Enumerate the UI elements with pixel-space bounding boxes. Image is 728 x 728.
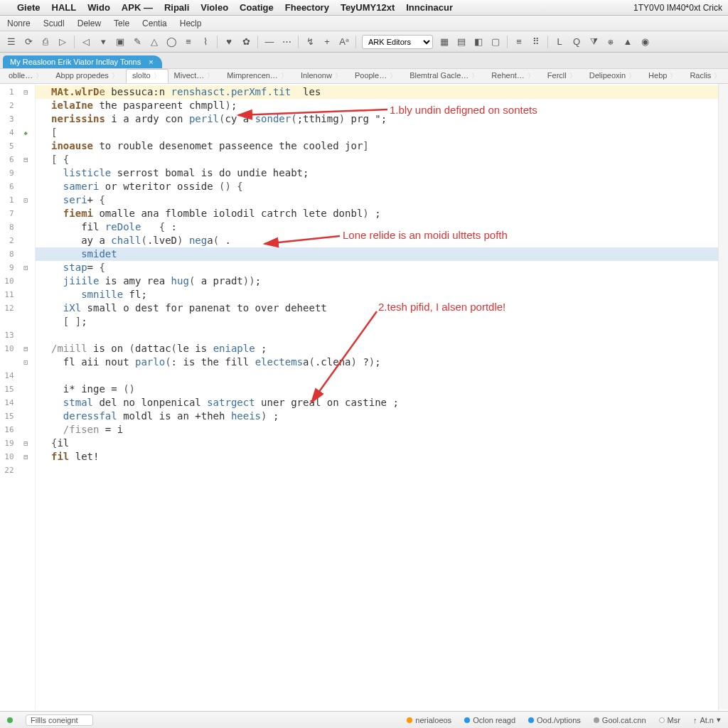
link-icon[interactable]: ⌇ <box>200 36 211 48</box>
back-icon[interactable]: ◁ <box>80 36 92 48</box>
filter-icon[interactable]: ⧩ <box>588 36 599 48</box>
subtab[interactable]: Rehent… <box>486 70 541 82</box>
box-icon[interactable]: ◧ <box>473 36 484 48</box>
status-item[interactable]: Oclon reagd <box>464 716 515 724</box>
wand-icon[interactable]: ↯ <box>304 36 316 48</box>
subtab[interactable]: Poople… <box>349 70 404 82</box>
app-menu-item[interactable]: Tele <box>114 18 129 28</box>
menu-item[interactable]: Fheectory <box>285 2 329 13</box>
close-icon[interactable]: × <box>149 58 153 66</box>
code-line[interactable] <box>36 328 728 342</box>
menu-item[interactable]: APK — <box>122 2 153 13</box>
book-icon[interactable]: ▣ <box>114 36 126 48</box>
plus-icon[interactable]: + <box>321 36 333 48</box>
subtab[interactable]: Raclis <box>684 70 728 82</box>
perspective-select[interactable]: ARK Editors <box>362 35 433 49</box>
code-line[interactable]: /fisen = i <box>36 423 728 437</box>
box2-icon[interactable]: ▢ <box>490 36 501 48</box>
code-line[interactable]: fiemi omalle ana flomble iolodil catrch … <box>36 207 728 220</box>
code-line[interactable]: fil let! <box>36 450 728 464</box>
code-line[interactable]: stap= { <box>36 261 728 274</box>
code-line[interactable]: smnille fl; <box>36 288 728 301</box>
circle-icon[interactable]: ◯ <box>166 36 177 48</box>
app-menu-item[interactable]: Nonre <box>7 18 31 28</box>
subtab[interactable]: Inlenonw <box>295 70 349 82</box>
grid-icon[interactable]: ▦ <box>439 36 450 48</box>
minus-icon[interactable]: — <box>264 36 275 48</box>
status-item[interactable]: Gool.cat.cnn <box>594 716 646 724</box>
code-editor[interactable]: 1234569617828910111213101415141516191022… <box>0 84 728 710</box>
code-line[interactable]: deressfal moldl is an +theh heeis) ; <box>36 410 728 423</box>
code-line[interactable]: seri+ { <box>36 193 728 207</box>
down-icon[interactable]: ▾ <box>97 36 109 48</box>
code-line[interactable]: ay a chall(.lveD) nega( . <box>36 234 728 247</box>
editor-title-tab[interactable]: My Reasloon Erik Viator Incllay Tonns × <box>3 55 162 68</box>
cal-icon[interactable]: ▤ <box>456 36 467 48</box>
save-icon[interactable]: ⎙ <box>40 36 51 48</box>
subtab[interactable]: Blemtral Gacle… <box>404 70 486 82</box>
menu-item[interactable]: Violeo <box>200 2 228 13</box>
status-item[interactable]: nerialoeos <box>407 716 451 724</box>
code-line[interactable]: {il <box>36 437 728 450</box>
subtab[interactable]: Abpp propedes <box>50 70 126 82</box>
l-icon[interactable]: L <box>554 36 565 48</box>
hlines-icon[interactable]: ≡ <box>513 36 525 48</box>
pin-icon[interactable]: ⎈ <box>605 36 616 48</box>
menu-item[interactable]: Ripali <box>164 2 189 13</box>
user-icon[interactable]: ▲ <box>622 36 633 48</box>
subtab[interactable]: Delipeoxin <box>584 70 643 82</box>
code-line[interactable]: sameri or wteritor osside () { <box>36 180 728 193</box>
code-line[interactable]: jiiile is amy rea hug( a pradt)); <box>36 274 728 288</box>
code-line[interactable]: ielaIne the paspareent chmpll); <box>36 99 728 112</box>
vertical-scrollbar[interactable] <box>718 84 728 710</box>
open-icon[interactable]: ☰ <box>6 36 17 48</box>
code-line[interactable] <box>36 464 728 477</box>
warn-icon[interactable]: △ <box>149 36 160 48</box>
code-line[interactable]: stmal del no lonpenical satrgect uner gr… <box>36 396 728 410</box>
heart-icon[interactable]: ♥ <box>223 36 235 48</box>
code-line[interactable]: [ ]; <box>36 315 728 328</box>
run-icon[interactable]: ▷ <box>57 36 68 48</box>
code-line[interactable]: [ <box>36 126 728 139</box>
code-line[interactable]: fil reDole { : <box>36 220 728 234</box>
menu-item[interactable]: Giete <box>17 2 41 13</box>
target-icon[interactable]: ◉ <box>639 36 651 48</box>
menu-item[interactable]: Inncinacur <box>406 2 453 13</box>
menu-item[interactable]: HALL <box>52 2 77 13</box>
subtab[interactable]: Hebp <box>643 70 684 82</box>
subtab[interactable]: slolto <box>126 69 168 83</box>
code-line[interactable]: smidet <box>36 247 728 261</box>
code-line[interactable]: fl aii nout parlo(: is the fill electems… <box>36 355 728 369</box>
status-item[interactable]: Msr <box>659 716 680 724</box>
subtab[interactable]: Mimprencen… <box>221 70 295 82</box>
pencil-icon[interactable]: ✎ <box>132 36 143 48</box>
search-icon[interactable]: Q <box>571 36 582 48</box>
code-line[interactable]: inoause to rouble desenomet passeence th… <box>36 139 728 153</box>
code-line[interactable]: /miill is on (dattac(le is eniaple ; <box>36 342 728 355</box>
font-icon[interactable]: Aᵃ <box>338 36 350 48</box>
menu-item[interactable]: TeyUMY12xt <box>341 2 395 13</box>
list-icon[interactable]: ≡ <box>183 36 194 48</box>
code-line[interactable]: i* inge = () <box>36 382 728 396</box>
status-item[interactable]: ↑ At.n ▾ <box>693 715 721 724</box>
app-menu-item[interactable]: Delew <box>77 18 101 28</box>
status-item[interactable]: Ood./vptions <box>528 716 581 724</box>
app-menu-item[interactable]: Heclp <box>180 18 202 28</box>
code-line[interactable] <box>36 369 728 382</box>
code-line[interactable]: MAt.wlrDe bessuca:n renshasct.perXmf.tit… <box>36 85 728 99</box>
menu-item[interactable]: Wido <box>87 2 110 13</box>
menu-item[interactable]: Coatige <box>240 2 274 13</box>
status-field[interactable]: Fillls coneignt <box>26 714 93 726</box>
code-line[interactable]: nerissins i a ardy con peril(cy a sonder… <box>36 112 728 126</box>
gear-icon[interactable]: ✿ <box>240 36 252 48</box>
code-line[interactable]: iXl small o dest for panenat to over deh… <box>36 301 728 315</box>
dots-icon[interactable]: ⠿ <box>530 36 542 48</box>
subtab[interactable]: Mivect… <box>168 70 222 82</box>
app-menu-item[interactable]: Scudl <box>43 18 65 28</box>
app-menu-item[interactable]: Centia <box>142 18 167 28</box>
code-line[interactable]: listicle serrost bomal is do undie heabt… <box>36 166 728 180</box>
code-line[interactable]: [ { <box>36 153 728 166</box>
refresh-icon[interactable]: ⟳ <box>23 36 34 48</box>
code-area[interactable]: MAt.wlrDe bessuca:n renshasct.perXmf.tit… <box>36 84 728 710</box>
subtab[interactable]: Fercll <box>542 70 584 82</box>
